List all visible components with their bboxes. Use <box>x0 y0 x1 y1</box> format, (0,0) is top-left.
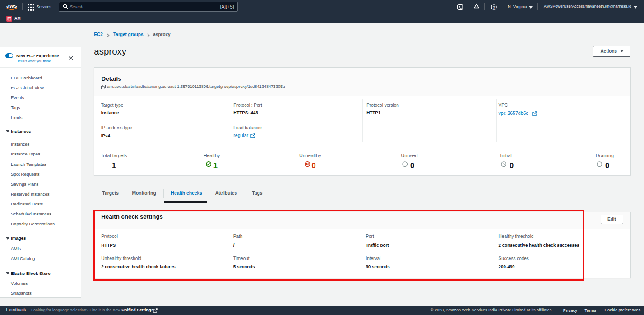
svg-text:?: ? <box>492 5 495 9</box>
svg-text:aws: aws <box>6 3 17 9</box>
